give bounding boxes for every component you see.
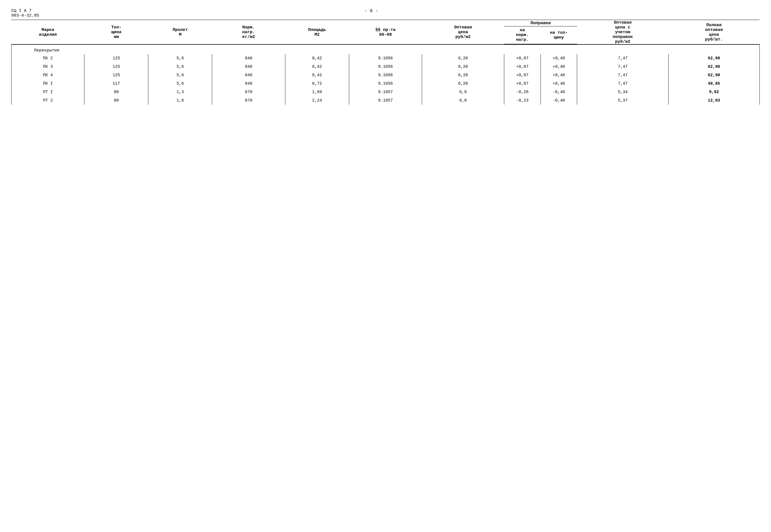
cell-popr-tolsh: +0,40	[541, 79, 577, 88]
cell-marka: ПК I	[12, 79, 84, 88]
main-table: Марка изделия Тол- щина мм Пролет М Норм…	[11, 20, 760, 105]
cell-tolshina: 117	[84, 79, 148, 88]
cell-norm: 840	[212, 79, 285, 88]
table-row: ПТ I801,38701,699.10576,0-0,26-0,405,349…	[12, 88, 760, 96]
cell-popr-tolsh: +0,40	[541, 62, 577, 71]
table-row: ПТ 2801,68702,249.10576,0-0,23-0,405,371…	[12, 96, 760, 105]
col-header-marka: Марка изделия	[12, 20, 84, 44]
cell-paragraf: 9.1056	[349, 71, 422, 79]
cell-popr-norm: +0,87	[504, 71, 541, 79]
cell-popr-tolsh: -0,40	[541, 96, 577, 105]
cell-norm: 840	[212, 62, 285, 71]
cell-tolshina: 125	[84, 62, 148, 71]
cell-norm: 840	[212, 71, 285, 79]
cell-popr-norm: +0,87	[504, 62, 541, 71]
cell-opt-s: 5,37	[577, 96, 668, 105]
table-row: ПК I1175,68406,729.10566,20+0,87+0,407,4…	[12, 79, 760, 88]
page-header: СЦ I А 7 903-4-32.85 - 6 -	[11, 8, 760, 18]
cell-ploshad: 1,69	[285, 88, 349, 96]
col-header-prolet: Пролет М	[148, 20, 212, 44]
cell-paragraf: 9.1056	[349, 79, 422, 88]
cell-popr-norm: -0,23	[504, 96, 541, 105]
col-header-popr-norm: на норм. нагр.	[504, 26, 541, 44]
table-row: ПК 21255,68408,429.10566,20+0,87+0,407,4…	[12, 54, 760, 62]
col-header-popr-tolsh: на тол- щину	[541, 26, 577, 44]
cell-tolshina: 125	[84, 54, 148, 62]
page-number: - 6 -	[365, 8, 378, 18]
doc-code-line2: 903-4-32.85	[11, 13, 39, 18]
header-right	[703, 8, 760, 18]
cell-prolet: 5,6	[148, 71, 212, 79]
cell-optcena: 6,20	[422, 71, 504, 79]
col-header-paragraf: §§ пр-та 06-08	[349, 20, 422, 44]
cell-prolet: 1,3	[148, 88, 212, 96]
cell-ploshad: 2,24	[285, 96, 349, 105]
cell-prolet: 5,6	[148, 79, 212, 88]
col-header-norm: Норм. нагр. кг/м2	[212, 20, 285, 44]
cell-optcena: 6,20	[422, 62, 504, 71]
cell-ploshad: 8,42	[285, 54, 349, 62]
cell-paragraf: 9.1056	[349, 62, 422, 71]
cell-paragraf: 9.1056	[349, 54, 422, 62]
cell-tolshina: 125	[84, 71, 148, 79]
cell-polnaya: 12,03	[668, 96, 759, 105]
table-row: ПК 31255,68408,429.10566,20+0,87+0,407,4…	[12, 62, 760, 71]
col-header-ploshad: Площадь М2	[285, 20, 349, 44]
cell-popr-norm: +0,87	[504, 79, 541, 88]
cell-optcena: 6,20	[422, 54, 504, 62]
col-header-tolshina: Тол- щина мм	[84, 20, 148, 44]
cell-opt-s: 7,47	[577, 62, 668, 71]
table-body: ПерекрытияПК 21255,68408,429.10566,20+0,…	[12, 44, 760, 105]
cell-prolet: 5,6	[148, 54, 212, 62]
cell-polnaya: 62,90	[668, 54, 759, 62]
cell-opt-s: 5,34	[577, 88, 668, 96]
doc-code-line1: СЦ I А 7	[11, 8, 39, 13]
table-row: ПК 41255,68408,429.10566,20+0,87+0,407,4…	[12, 71, 760, 79]
cell-opt-s: 7,47	[577, 79, 668, 88]
col-header-popravki: Поправки	[504, 20, 577, 26]
cell-popr-norm: +0,87	[504, 54, 541, 62]
cell-marka: ПК 2	[12, 54, 84, 62]
cell-opt-s: 7,47	[577, 54, 668, 62]
cell-optcena: 6,0	[422, 96, 504, 105]
header-left: СЦ I А 7 903-4-32.85	[11, 8, 39, 18]
section-header-row: Перекрытия	[12, 44, 760, 54]
cell-marka: ПК 3	[12, 62, 84, 71]
cell-ploshad: 8,42	[285, 62, 349, 71]
col-header-polnaya: Полная оптовая цена руб/шт.	[668, 20, 759, 44]
cell-norm: 870	[212, 96, 285, 105]
cell-marka: ПТ 2	[12, 96, 84, 105]
cell-tolshina: 80	[84, 96, 148, 105]
cell-opt-s: 7,47	[577, 71, 668, 79]
cell-ploshad: 6,72	[285, 79, 349, 88]
col-header-optcena-s: Оптовая цена с учетом поправок руб/м2	[577, 20, 668, 44]
cell-popr-tolsh: +0,40	[541, 54, 577, 62]
cell-optcena: 6,20	[422, 79, 504, 88]
cell-polnaya: 48,85	[668, 79, 759, 88]
cell-prolet: 5,6	[148, 62, 212, 71]
header-row-main: Марка изделия Тол- щина мм Пролет М Норм…	[12, 20, 760, 26]
cell-polnaya: 9,02	[668, 88, 759, 96]
cell-paragraf: 9.1057	[349, 96, 422, 105]
cell-ploshad: 8,42	[285, 71, 349, 79]
cell-marka: ПТ I	[12, 88, 84, 96]
cell-prolet: 1,6	[148, 96, 212, 105]
section-label: Перекрытия	[12, 44, 760, 54]
cell-tolshina: 80	[84, 88, 148, 96]
cell-polnaya: 62,90	[668, 62, 759, 71]
cell-popr-tolsh: -0,40	[541, 88, 577, 96]
cell-optcena: 6,0	[422, 88, 504, 96]
cell-norm: 840	[212, 54, 285, 62]
cell-norm: 870	[212, 88, 285, 96]
cell-marka: ПК 4	[12, 71, 84, 79]
cell-paragraf: 9.1057	[349, 88, 422, 96]
col-header-optcena: Оптовая цена руб/м2	[422, 20, 504, 44]
cell-popr-tolsh: +0,40	[541, 71, 577, 79]
cell-popr-norm: -0,26	[504, 88, 541, 96]
cell-polnaya: 62,90	[668, 71, 759, 79]
